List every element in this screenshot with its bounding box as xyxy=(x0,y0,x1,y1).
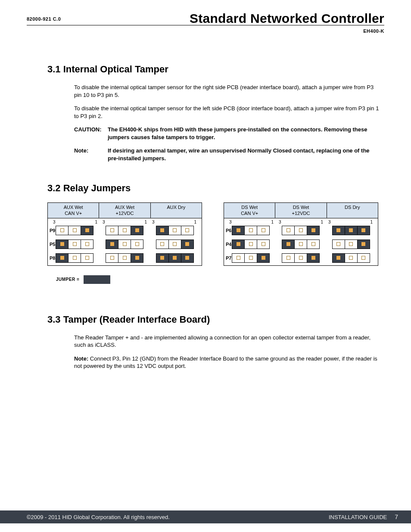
row-label: P8 xyxy=(50,255,55,261)
jumper-legend-swatch xyxy=(84,275,110,284)
jumper-legend-label: JUMPER = xyxy=(56,277,79,282)
pin xyxy=(181,240,193,249)
pin-strip xyxy=(56,240,93,249)
pin-strip xyxy=(106,226,143,235)
pin-strip xyxy=(106,240,143,249)
note-label: Note: xyxy=(74,147,108,162)
pin-strip xyxy=(156,240,194,249)
pin-strip xyxy=(232,240,270,249)
pin xyxy=(333,240,345,249)
pin-strip xyxy=(56,253,93,263)
jumper-row: P7 xyxy=(226,253,376,263)
pin-strip xyxy=(156,226,194,235)
jumper-col-header: AUX WetCAN V+ xyxy=(48,203,99,218)
pin xyxy=(106,254,118,262)
pin xyxy=(156,254,169,262)
jumper-row: P4 xyxy=(226,240,376,249)
jumper-col-header: AUX Wet+12VDC xyxy=(99,203,150,218)
pin xyxy=(333,226,345,235)
jumper-col-header: DS Dry xyxy=(327,203,378,218)
section-3-1-heading: 3.1 Internal Optical Tamper xyxy=(47,64,381,75)
header-rule xyxy=(27,25,384,25)
section-3-3-p2: Note: Connect P3, Pin 12 (GND) from the … xyxy=(47,355,381,370)
jumper-col-header: DS Wet+12VDC xyxy=(275,203,327,218)
pin-strip xyxy=(56,226,93,235)
pin xyxy=(358,240,370,249)
pin xyxy=(106,240,118,249)
section-3-2-heading: 3.2 Relay Jumpers xyxy=(47,183,381,194)
row-label: P7 xyxy=(226,255,231,261)
pin xyxy=(282,254,295,262)
pin xyxy=(307,226,319,235)
pin xyxy=(345,240,358,249)
pin xyxy=(358,226,370,235)
pin-strip xyxy=(156,253,194,263)
pin xyxy=(232,226,245,235)
pin xyxy=(56,240,68,249)
row-label: P4 xyxy=(226,242,231,247)
pin xyxy=(282,226,295,235)
page-footer: ©2009 - 2011 HID Global Corporation. All… xyxy=(0,510,411,523)
pin xyxy=(358,254,370,262)
doc-number: 82000-921 C.0 xyxy=(27,16,61,22)
section-3-3-p1: The Reader Tamper + and - are implemente… xyxy=(47,334,381,349)
pin xyxy=(118,226,131,235)
pin xyxy=(307,254,319,262)
pin xyxy=(56,226,68,235)
pin xyxy=(118,240,131,249)
footer-copyright: ©2009 - 2011 HID Global Corporation. All… xyxy=(27,514,170,520)
pin xyxy=(295,240,307,249)
pin xyxy=(131,254,143,262)
pin xyxy=(131,240,143,249)
model-number: EH400-K xyxy=(363,28,384,34)
pin xyxy=(131,226,143,235)
relay-jumper-diagram: AUX WetCAN V+AUX Wet+12VDCAUX Dry 313131… xyxy=(47,202,381,265)
pin xyxy=(56,254,68,262)
pin xyxy=(118,254,131,262)
pin-strip xyxy=(282,226,320,235)
pin xyxy=(156,226,169,235)
pin xyxy=(345,254,358,262)
pin xyxy=(257,226,269,235)
pin xyxy=(81,254,93,262)
pin xyxy=(257,254,269,262)
pin xyxy=(333,254,345,262)
pin-strip xyxy=(232,226,270,235)
pin-strip xyxy=(332,226,370,235)
pin-strip xyxy=(282,253,320,263)
jumper-row: P9 xyxy=(50,226,200,235)
pin-strip xyxy=(282,240,320,249)
pin xyxy=(245,240,257,249)
jumper-row: P5 xyxy=(50,240,200,249)
jumper-col-header: DS WetCAN V+ xyxy=(224,203,275,218)
caution-text: The EH400-K ships from HID with these ju… xyxy=(108,126,381,141)
pin xyxy=(295,254,307,262)
pin xyxy=(245,254,257,262)
pin xyxy=(181,226,193,235)
pin-strip xyxy=(106,253,143,263)
pin xyxy=(68,240,81,249)
jumper-block-left: AUX WetCAN V+AUX Wet+12VDCAUX Dry 313131… xyxy=(47,202,202,265)
footer-page-number: 7 xyxy=(395,513,398,520)
pin xyxy=(282,240,295,249)
pin xyxy=(156,240,169,249)
pin-strip xyxy=(332,240,370,249)
pin xyxy=(81,240,93,249)
jumper-row: P6 xyxy=(226,226,376,235)
pin xyxy=(68,254,81,262)
jumper-legend: JUMPER = xyxy=(47,275,381,284)
pin xyxy=(345,226,358,235)
jumper-block-right: DS WetCAN V+DS Wet+12VDCDS Dry 313131P6P… xyxy=(224,202,378,265)
pin xyxy=(169,240,181,249)
section-3-1-p1: To disable the internal optical tamper s… xyxy=(47,84,381,99)
section-3-1-p2: To disable the internal optical tamper s… xyxy=(47,105,381,120)
jumper-col-header: AUX Dry xyxy=(151,203,202,218)
pin xyxy=(257,240,269,249)
note-text: If desiring an external tamper, wire an … xyxy=(108,147,381,162)
row-label: P5 xyxy=(50,242,55,247)
jumper-row: P8 xyxy=(50,253,200,263)
section-3-3-heading: 3.3 Tamper (Reader Interface Board) xyxy=(47,314,381,325)
pin xyxy=(232,254,245,262)
pin xyxy=(307,240,319,249)
pin xyxy=(169,254,181,262)
